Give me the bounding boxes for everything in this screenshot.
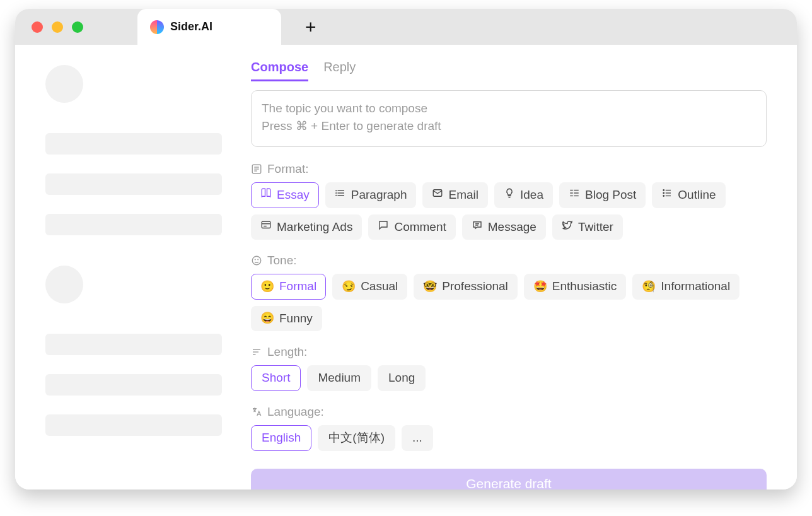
twitter-icon — [562, 219, 573, 236]
tone-option-casual[interactable]: 😏Casual — [332, 274, 407, 300]
compose-panel: Compose Reply Format: EssayParagraphEmai… — [241, 45, 797, 490]
format-label: Format: — [251, 162, 767, 176]
tone-option-funny[interactable]: 😄Funny — [251, 306, 322, 332]
tone-emoji: 😄 — [260, 310, 274, 326]
tab-reply[interactable]: Reply — [323, 60, 356, 81]
generate-draft-button[interactable]: Generate draft — [251, 469, 767, 490]
option-label: Short — [262, 370, 290, 387]
option-label: Paragraph — [351, 187, 407, 204]
tone-option-professional[interactable]: 🤓Professional — [414, 274, 518, 300]
message-icon — [472, 219, 483, 236]
svg-point-9 — [336, 195, 337, 196]
option-label: Message — [488, 219, 536, 236]
window-controls — [32, 21, 83, 33]
tone-emoji: 🤓 — [423, 279, 437, 295]
avatar-placeholder — [45, 65, 83, 103]
format-option-idea[interactable]: Idea — [494, 182, 553, 208]
format-option-marketing-ads[interactable]: Marketing Ads — [251, 214, 362, 240]
tone-emoji: 🙂 — [260, 279, 274, 295]
option-label: Informational — [661, 278, 730, 295]
language-options: English中文(简体)... — [251, 425, 767, 451]
format-option-outline[interactable]: Outline — [652, 182, 725, 208]
format-option-message[interactable]: Message — [462, 214, 546, 240]
length-option-short[interactable]: Short — [251, 365, 301, 391]
titlebar: Sider.AI + — [15, 9, 797, 45]
sider-logo-icon — [150, 20, 164, 34]
face-icon — [251, 255, 262, 266]
minimize-window-button[interactable] — [52, 21, 63, 33]
avatar-placeholder — [45, 266, 83, 303]
format-option-paragraph[interactable]: Paragraph — [325, 182, 417, 208]
option-label: Enthusiastic — [552, 278, 617, 295]
tone-option-enthusiastic[interactable]: 🤩Enthusiastic — [524, 274, 626, 300]
length-icon — [251, 346, 262, 358]
option-label: Email — [448, 187, 478, 204]
close-window-button[interactable] — [32, 21, 43, 33]
length-option-medium[interactable]: Medium — [307, 365, 371, 391]
mail-icon — [432, 187, 443, 204]
format-option-twitter[interactable]: Twitter — [552, 214, 623, 240]
tone-option-formal[interactable]: 🙂Formal — [251, 274, 326, 300]
option-label: Professional — [442, 278, 508, 295]
lightbulb-icon — [504, 187, 515, 204]
svg-point-28 — [252, 256, 261, 265]
option-label: Idea — [520, 187, 543, 204]
length-option-long[interactable]: Long — [378, 365, 426, 391]
option-label: Medium — [318, 370, 361, 387]
tab-title: Sider.AI — [170, 20, 212, 33]
svg-point-8 — [336, 193, 337, 194]
option-label: Long — [388, 370, 415, 387]
tab-compose[interactable]: Compose — [251, 60, 308, 81]
comment-icon — [378, 219, 389, 236]
language-option-english[interactable]: English — [251, 425, 311, 451]
browser-tab[interactable]: Sider.AI — [137, 9, 281, 45]
format-option-email[interactable]: Email — [422, 182, 488, 208]
format-option-comment[interactable]: Comment — [368, 214, 455, 240]
topic-input[interactable] — [251, 90, 767, 147]
mode-tabs: Compose Reply — [251, 60, 767, 81]
maximize-window-button[interactable] — [72, 21, 83, 33]
format-option-blog-post[interactable]: Blog Post — [559, 182, 646, 208]
svg-point-21 — [663, 196, 664, 197]
option-label: Essay — [277, 187, 310, 204]
new-tab-button[interactable]: + — [305, 18, 316, 37]
svg-point-7 — [336, 191, 337, 191]
tone-emoji: 😏 — [342, 279, 356, 295]
list-icon — [335, 187, 346, 204]
blog-icon — [569, 187, 580, 204]
book-icon — [260, 187, 272, 204]
svg-point-19 — [663, 192, 664, 194]
language-option--[interactable]: ... — [402, 425, 433, 451]
tone-options: 🙂Formal😏Casual🤓Professional🤩Enthusiastic… — [251, 274, 767, 331]
tone-option-informational[interactable]: 🧐Informational — [632, 274, 740, 300]
sidebar-item-placeholder — [45, 374, 222, 396]
option-label: Formal — [279, 278, 316, 295]
app-window: Sider.AI + Compose Reply — [15, 9, 797, 490]
tone-emoji: 🧐 — [642, 279, 656, 295]
option-label: 中文(简体) — [328, 430, 385, 447]
format-option-essay[interactable]: Essay — [251, 182, 319, 208]
sidebar-item-placeholder — [45, 414, 222, 436]
option-label: Funny — [279, 310, 313, 327]
tone-label: Tone: — [251, 254, 767, 267]
outline-icon — [661, 187, 673, 204]
ads-icon — [260, 219, 272, 236]
option-label: English — [262, 430, 301, 447]
list-box-icon — [251, 163, 262, 175]
language-option--[interactable]: 中文(简体) — [318, 425, 395, 451]
translate-icon — [251, 406, 262, 418]
option-label: Blog Post — [585, 187, 636, 204]
app-body: Compose Reply Format: EssayParagraphEmai… — [15, 45, 797, 490]
sidebar-item-placeholder — [45, 214, 222, 235]
option-label: Marketing Ads — [277, 219, 352, 236]
language-label: Language: — [251, 405, 767, 419]
sidebar — [15, 45, 241, 490]
length-label: Length: — [251, 345, 767, 359]
svg-point-29 — [255, 259, 255, 260]
svg-point-17 — [663, 190, 664, 191]
option-label: Comment — [394, 219, 446, 236]
option-label: Casual — [361, 278, 398, 295]
length-options: ShortMediumLong — [251, 365, 767, 391]
format-options: EssayParagraphEmailIdeaBlog PostOutlineM… — [251, 182, 767, 240]
option-label: Outline — [678, 187, 716, 204]
